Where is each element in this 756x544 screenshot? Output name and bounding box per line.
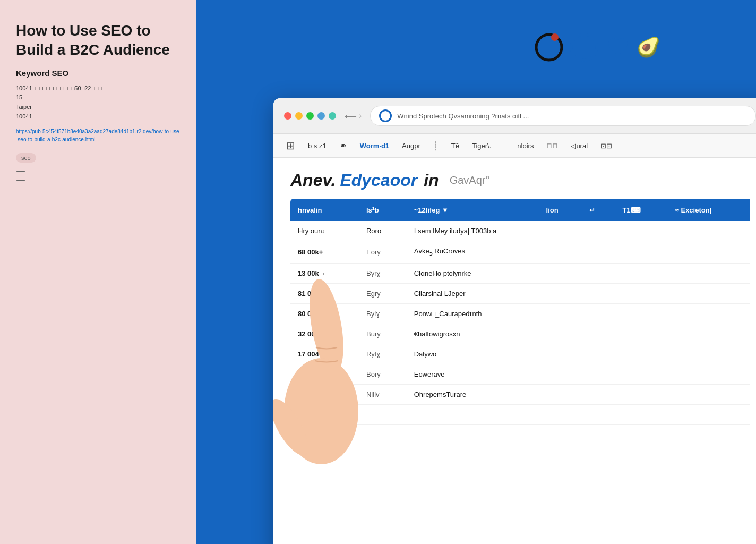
seo-tag: seo bbox=[16, 150, 181, 163]
cell-6 bbox=[615, 263, 667, 283]
cell-code: Nillv bbox=[359, 384, 407, 404]
nav-item-ural[interactable]: ◁ural bbox=[571, 142, 588, 150]
table-row: 68 00k+ Eory Δvkeɔ RuCroves bbox=[290, 241, 750, 264]
cell-6 bbox=[615, 303, 667, 324]
nav-item-bsz[interactable]: b s z1 bbox=[308, 142, 327, 150]
cell-desc: €halfowigrosxn bbox=[407, 324, 539, 344]
col-header-2: ls1b bbox=[359, 199, 407, 221]
cell-4 bbox=[539, 263, 582, 283]
filter-dropdown-icon[interactable]: ▼ bbox=[442, 206, 449, 214]
extra-dot-blue bbox=[317, 112, 325, 120]
browser-chrome: ⟵ › Wnind Sprotech Qvsamroning ?rnats αi… bbox=[273, 98, 756, 134]
forward-icon[interactable]: › bbox=[359, 111, 362, 121]
nav-item-augpr[interactable]: Augpr bbox=[402, 142, 420, 150]
table-row: 13 00k→ Byrɣ Clɑnel·lo ptolynrke bbox=[290, 263, 750, 283]
data-table: hnvalin ls1b ~12lifeg ▼ lion ↵ T1⌨ ≈ Exc… bbox=[290, 199, 750, 425]
nav-separator1: ┊ bbox=[433, 141, 439, 151]
content-title: Anev. Edycaoor in GavAqr° bbox=[290, 171, 750, 190]
table-row: SF 00k+ bbox=[290, 404, 750, 424]
nav-item-nloirs[interactable]: nloirs bbox=[517, 142, 534, 150]
maximize-button[interactable] bbox=[306, 112, 314, 120]
nav-icon-box: ⊓⊓ bbox=[546, 141, 558, 150]
cell-4 bbox=[539, 241, 582, 264]
article-title: How to Use SEO to Build a B2C Audience bbox=[16, 21, 181, 60]
cell-7 bbox=[668, 364, 750, 384]
cell-code: Bury bbox=[359, 324, 407, 344]
cell-5 bbox=[582, 404, 615, 424]
cell-number: S0 00k+ bbox=[290, 384, 359, 404]
nav-item-wormd[interactable]: Worm·d1 bbox=[360, 142, 389, 150]
cell-code: Egry bbox=[359, 283, 407, 303]
cell-5 bbox=[582, 263, 615, 283]
nav-divider bbox=[504, 140, 504, 151]
nav-item-tiger[interactable]: Tiger\. bbox=[472, 142, 491, 150]
cell-6 bbox=[615, 324, 667, 344]
article-url[interactable]: https://pub-5c454f571b8e40a3a2aad27ade84… bbox=[16, 128, 181, 143]
cell-number: 81 00k+ bbox=[290, 283, 359, 303]
nav-item-more[interactable]: ⊡⊡ bbox=[600, 142, 612, 150]
cell-6 bbox=[615, 283, 667, 303]
cell-5 bbox=[582, 344, 615, 364]
heart-icon bbox=[604, 33, 632, 62]
title-part2: in bbox=[424, 171, 439, 190]
back-icon[interactable]: ⟵ bbox=[345, 111, 357, 121]
cell-desc: Dalywo bbox=[407, 344, 539, 364]
cell-6 bbox=[615, 404, 667, 424]
minimize-button[interactable] bbox=[295, 112, 303, 120]
col-header-5: ↵ bbox=[582, 199, 615, 221]
left-panel: How to Use SEO to Build a B2C Audience K… bbox=[0, 0, 196, 544]
nav-icon-share[interactable]: ⚭ bbox=[339, 140, 347, 151]
copy-icon[interactable] bbox=[16, 171, 25, 181]
traffic-lights bbox=[284, 112, 336, 120]
cell-code: Rylɣ bbox=[359, 344, 407, 364]
cell-code: Eory bbox=[359, 241, 407, 264]
avocado-icon: 🥑 bbox=[637, 36, 660, 58]
cell-number: 32 00k+ bbox=[290, 324, 359, 344]
cell-code: Byrɣ bbox=[359, 263, 407, 283]
table-subheader: Hry oun↕ Roro I sem IMey iludya| T003b a bbox=[290, 221, 750, 241]
cell-7 bbox=[668, 384, 750, 404]
cell-desc: Cllarsinal LJeper bbox=[407, 283, 539, 303]
col-header-4: lion bbox=[539, 199, 582, 221]
cell-desc bbox=[407, 404, 539, 424]
cell-desc: Ponw□_Caurapedɪnth bbox=[407, 303, 539, 324]
cell-5 bbox=[582, 384, 615, 404]
cell-number: SF 00k+ bbox=[290, 404, 359, 424]
address-bar[interactable]: Wnind Sprotech Qvsamroning ?rnats αitl .… bbox=[370, 106, 756, 126]
table-row: S0 00k+ Nillv OhrepemsTurare bbox=[290, 384, 750, 404]
cell-5 bbox=[582, 241, 615, 264]
meta-info: 10041□□□□□□□□□□□□50□22□□□ 15 Taipei 1004… bbox=[16, 84, 181, 121]
cell-number: 32 00k+ bbox=[290, 364, 359, 384]
close-button[interactable] bbox=[284, 112, 291, 120]
browser-nav: ⊞ b s z1 ⚭ Worm·d1 Augpr ┊ Tē Tiger\. nl… bbox=[273, 134, 756, 158]
cell-7 bbox=[668, 324, 750, 344]
title-sub: GavAqr° bbox=[450, 174, 490, 186]
cell-desc: Δvkeɔ RuCroves bbox=[407, 241, 539, 264]
cell-6 bbox=[615, 241, 667, 264]
cell-7 bbox=[668, 283, 750, 303]
title-blue: Edycaoor bbox=[340, 171, 417, 190]
cell-number: 13 00k→ bbox=[290, 263, 359, 283]
browser-logo-icon bbox=[379, 109, 392, 122]
cell-6 bbox=[615, 344, 667, 364]
col-header-1: hnvalin bbox=[290, 199, 359, 221]
nav-item-te[interactable]: Tē bbox=[451, 142, 459, 150]
cell-desc: Eowerave bbox=[407, 364, 539, 384]
cell-4 bbox=[539, 344, 582, 364]
cell-7 bbox=[668, 241, 750, 264]
cell-5 bbox=[582, 364, 615, 384]
subheader-cell-3: I sem IMey iludya| T003b a bbox=[407, 221, 750, 241]
cell-7 bbox=[668, 404, 750, 424]
table-header: hnvalin ls1b ~12lifeg ▼ lion ↵ T1⌨ ≈ Exc… bbox=[290, 199, 750, 221]
cell-5 bbox=[582, 283, 615, 303]
table-row: 80 00k+ Bylɣ Ponw□_Caurapedɪnth bbox=[290, 303, 750, 324]
browser-window: ⟵ › Wnind Sprotech Qvsamroning ?rnats αi… bbox=[273, 98, 756, 544]
subheader-cell-1: Hry oun↕ bbox=[290, 221, 359, 241]
cell-7 bbox=[668, 344, 750, 364]
cell-code bbox=[359, 404, 407, 424]
home-icon[interactable]: ⊞ bbox=[286, 139, 295, 152]
table-row: 32 00k+ Bory Eowerave bbox=[290, 364, 750, 384]
cell-4 bbox=[539, 384, 582, 404]
cell-number: 80 00k+ bbox=[290, 303, 359, 324]
title-part1: Anev. bbox=[290, 171, 336, 190]
